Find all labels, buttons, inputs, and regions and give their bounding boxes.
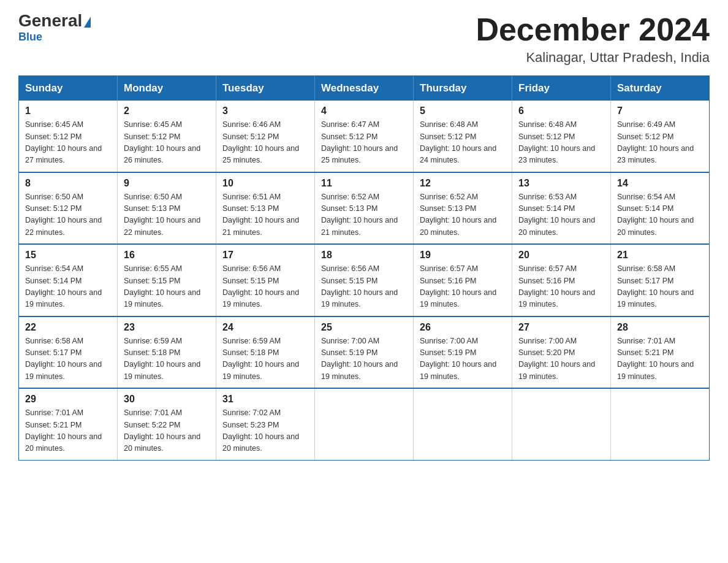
week-row-3: 15Sunrise: 6:54 AMSunset: 5:14 PMDayligh… [19,244,710,316]
day-info: Sunrise: 6:48 AMSunset: 5:12 PMDaylight:… [420,119,506,167]
day-number: 17 [222,250,308,261]
header-tuesday: Tuesday [216,76,315,101]
header-thursday: Thursday [414,76,512,101]
day-cell: 17Sunrise: 6:56 AMSunset: 5:15 PMDayligh… [216,244,315,316]
day-info: Sunrise: 6:45 AMSunset: 5:12 PMDaylight:… [124,119,210,167]
day-info: Sunrise: 6:59 AMSunset: 5:18 PMDaylight:… [222,335,308,383]
day-number: 22 [25,322,111,333]
day-number: 3 [222,105,308,117]
day-info: Sunrise: 6:59 AMSunset: 5:18 PMDaylight:… [124,335,210,383]
day-number: 24 [222,322,308,333]
day-cell: 28Sunrise: 7:01 AMSunset: 5:21 PMDayligh… [611,316,710,389]
day-number: 21 [617,250,703,261]
calendar-table: SundayMondayTuesdayWednesdayThursdayFrid… [18,75,710,461]
day-info: Sunrise: 7:02 AMSunset: 5:23 PMDaylight:… [222,407,308,455]
day-cell: 22Sunrise: 6:58 AMSunset: 5:17 PMDayligh… [19,316,118,389]
day-cell: 5Sunrise: 6:48 AMSunset: 5:12 PMDaylight… [414,101,512,172]
day-info: Sunrise: 7:01 AMSunset: 5:21 PMDaylight:… [25,407,111,455]
day-number: 7 [617,105,703,117]
day-number: 19 [420,250,506,261]
calendar-header-row: SundayMondayTuesdayWednesdayThursdayFrid… [19,76,710,101]
day-info: Sunrise: 6:51 AMSunset: 5:13 PMDaylight:… [222,191,308,239]
day-cell: 19Sunrise: 6:57 AMSunset: 5:16 PMDayligh… [414,244,512,316]
day-cell [611,388,710,460]
day-info: Sunrise: 7:00 AMSunset: 5:19 PMDaylight:… [420,335,506,383]
day-cell: 15Sunrise: 6:54 AMSunset: 5:14 PMDayligh… [19,244,118,316]
logo-general: General [18,11,82,30]
title-area: December 2024 Kalinagar, Uttar Pradesh, … [476,12,710,66]
week-row-4: 22Sunrise: 6:58 AMSunset: 5:17 PMDayligh… [19,316,710,389]
day-cell: 9Sunrise: 6:50 AMSunset: 5:13 PMDaylight… [118,172,216,245]
day-number: 23 [124,322,210,333]
day-number: 2 [124,105,210,117]
day-cell: 23Sunrise: 6:59 AMSunset: 5:18 PMDayligh… [118,316,216,389]
day-cell: 26Sunrise: 7:00 AMSunset: 5:19 PMDayligh… [414,316,512,389]
day-info: Sunrise: 6:50 AMSunset: 5:12 PMDaylight:… [25,191,111,239]
day-number: 31 [222,394,308,405]
day-cell: 31Sunrise: 7:02 AMSunset: 5:23 PMDayligh… [216,388,315,460]
day-info: Sunrise: 6:57 AMSunset: 5:16 PMDaylight:… [420,263,506,311]
day-cell [512,388,611,460]
day-number: 28 [617,322,703,333]
day-info: Sunrise: 7:00 AMSunset: 5:19 PMDaylight:… [321,335,407,383]
day-number: 12 [420,178,506,189]
day-number: 26 [420,322,506,333]
day-cell: 2Sunrise: 6:45 AMSunset: 5:12 PMDaylight… [118,101,216,172]
day-number: 25 [321,322,407,333]
day-number: 5 [420,105,506,117]
day-info: Sunrise: 6:48 AMSunset: 5:12 PMDaylight:… [518,119,604,167]
day-cell: 24Sunrise: 6:59 AMSunset: 5:18 PMDayligh… [216,316,315,389]
day-cell: 3Sunrise: 6:46 AMSunset: 5:12 PMDaylight… [216,101,315,172]
week-row-2: 8Sunrise: 6:50 AMSunset: 5:12 PMDaylight… [19,172,710,245]
header-sunday: Sunday [19,76,118,101]
month-title: December 2024 [476,12,710,47]
day-info: Sunrise: 6:47 AMSunset: 5:12 PMDaylight:… [321,119,407,167]
day-info: Sunrise: 6:54 AMSunset: 5:14 PMDaylight:… [25,263,111,311]
day-info: Sunrise: 7:01 AMSunset: 5:21 PMDaylight:… [617,335,703,383]
day-cell: 10Sunrise: 6:51 AMSunset: 5:13 PMDayligh… [216,172,315,245]
day-info: Sunrise: 6:52 AMSunset: 5:13 PMDaylight:… [420,191,506,239]
logo-text: General [18,12,91,29]
header-friday: Friday [512,76,611,101]
day-info: Sunrise: 6:50 AMSunset: 5:13 PMDaylight:… [124,191,210,239]
day-cell: 8Sunrise: 6:50 AMSunset: 5:12 PMDaylight… [19,172,118,245]
day-info: Sunrise: 6:58 AMSunset: 5:17 PMDaylight:… [25,335,111,383]
day-number: 27 [518,322,604,333]
header-monday: Monday [118,76,216,101]
day-info: Sunrise: 6:54 AMSunset: 5:14 PMDaylight:… [617,191,703,239]
header-saturday: Saturday [611,76,710,101]
day-number: 4 [321,105,407,117]
day-cell: 29Sunrise: 7:01 AMSunset: 5:21 PMDayligh… [19,388,118,460]
day-cell: 4Sunrise: 6:47 AMSunset: 5:12 PMDaylight… [315,101,414,172]
day-info: Sunrise: 6:56 AMSunset: 5:15 PMDaylight:… [222,263,308,311]
day-number: 8 [25,178,111,189]
header: General Blue December 2024 Kalinagar, Ut… [18,12,710,66]
day-number: 13 [518,178,604,189]
day-cell: 6Sunrise: 6:48 AMSunset: 5:12 PMDaylight… [512,101,611,172]
day-number: 16 [124,250,210,261]
day-number: 14 [617,178,703,189]
day-info: Sunrise: 6:49 AMSunset: 5:12 PMDaylight:… [617,119,703,167]
day-number: 1 [25,105,111,117]
logo-blue: Blue [18,31,91,44]
day-info: Sunrise: 6:45 AMSunset: 5:12 PMDaylight:… [25,119,111,167]
day-cell: 1Sunrise: 6:45 AMSunset: 5:12 PMDaylight… [19,101,118,172]
day-info: Sunrise: 6:52 AMSunset: 5:13 PMDaylight:… [321,191,407,239]
day-number: 20 [518,250,604,261]
day-cell: 18Sunrise: 6:56 AMSunset: 5:15 PMDayligh… [315,244,414,316]
day-cell: 16Sunrise: 6:55 AMSunset: 5:15 PMDayligh… [118,244,216,316]
day-info: Sunrise: 7:01 AMSunset: 5:22 PMDaylight:… [124,407,210,455]
day-info: Sunrise: 6:58 AMSunset: 5:17 PMDaylight:… [617,263,703,311]
day-cell: 7Sunrise: 6:49 AMSunset: 5:12 PMDaylight… [611,101,710,172]
day-cell: 20Sunrise: 6:57 AMSunset: 5:16 PMDayligh… [512,244,611,316]
logo: General Blue [18,12,91,44]
day-cell: 30Sunrise: 7:01 AMSunset: 5:22 PMDayligh… [118,388,216,460]
day-info: Sunrise: 6:53 AMSunset: 5:14 PMDaylight:… [518,191,604,239]
day-cell: 25Sunrise: 7:00 AMSunset: 5:19 PMDayligh… [315,316,414,389]
day-number: 15 [25,250,111,261]
day-number: 30 [124,394,210,405]
day-info: Sunrise: 7:00 AMSunset: 5:20 PMDaylight:… [518,335,604,383]
week-row-5: 29Sunrise: 7:01 AMSunset: 5:21 PMDayligh… [19,388,710,460]
day-cell: 21Sunrise: 6:58 AMSunset: 5:17 PMDayligh… [611,244,710,316]
day-number: 29 [25,394,111,405]
